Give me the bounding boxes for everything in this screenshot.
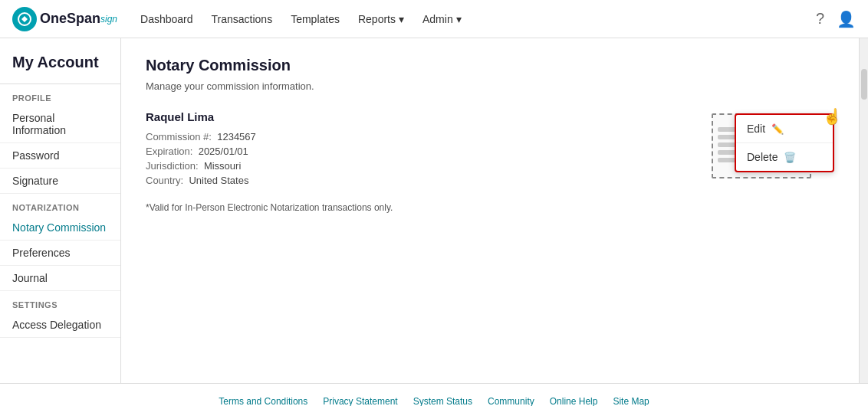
commission-country: Country: United States: [146, 175, 693, 186]
footer: Terms and Conditions Privacy Statement S…: [0, 383, 868, 406]
help-icon[interactable]: ?: [816, 10, 824, 28]
footer-online-help[interactable]: Online Help: [550, 396, 598, 406]
sidebar-item-password[interactable]: Password: [0, 143, 120, 169]
sidebar-section-profile: PROFILE: [0, 84, 120, 106]
brand-name: OneSpan: [40, 11, 100, 27]
notarization-note: *Valid for In-Person Electronic Notariza…: [146, 202, 834, 213]
trash-icon: 🗑️: [784, 152, 796, 163]
footer-system-status[interactable]: System Status: [413, 396, 472, 406]
edit-icon: ✏️: [771, 123, 784, 135]
main-layout: My Account PROFILE Personal Information …: [0, 38, 868, 383]
scrollbar-track[interactable]: [859, 38, 868, 383]
nav-reports[interactable]: Reports ▾: [358, 13, 404, 25]
sidebar-section-notarization: NOTARIZATION: [0, 194, 120, 215]
footer-site-map[interactable]: Site Map: [613, 396, 649, 406]
chevron-down-icon: ▾: [456, 13, 462, 25]
context-menu: Edit ✏️ Delete 🗑️: [735, 113, 834, 172]
nav-templates[interactable]: Templates: [291, 13, 340, 25]
nav-admin[interactable]: Admin ▾: [422, 13, 462, 25]
user-icon[interactable]: 👤: [837, 10, 856, 28]
sidebar-item-notary-commission[interactable]: Notary Commission: [0, 215, 120, 241]
footer-privacy[interactable]: Privacy Statement: [323, 396, 397, 406]
sidebar-section-settings: SETTINGS: [0, 291, 120, 313]
main-content: Notary Commission Manage your commission…: [121, 38, 859, 383]
edit-label: Edit: [747, 123, 765, 135]
cursor-icon: ☝️: [823, 107, 842, 126]
sidebar-item-journal[interactable]: Journal: [0, 266, 120, 291]
commission-number: Commission #: 1234567: [146, 131, 693, 142]
sidebar-item-access-delegation[interactable]: Access Delegation: [0, 313, 120, 338]
delete-label: Delete: [747, 151, 778, 163]
commission-jurisdiction: Jurisdiction: Missouri: [146, 160, 693, 172]
person-name: Raquel Lima: [146, 110, 693, 123]
footer-community[interactable]: Community: [488, 396, 534, 406]
nav-links: Dashboard Transactions Templates Reports…: [140, 13, 816, 25]
logo-icon: [12, 7, 37, 31]
brand-sign: sign: [100, 14, 117, 25]
top-navigation: OneSpan sign Dashboard Transactions Temp…: [0, 0, 868, 38]
notary-card-container: Edit ✏️ Delete 🗑️ ☝️: [712, 113, 834, 190]
commission-area: Raquel Lima Commission #: 1234567 Expira…: [146, 110, 834, 190]
nav-dashboard[interactable]: Dashboard: [140, 13, 193, 25]
sidebar: My Account PROFILE Personal Information …: [0, 38, 121, 383]
commission-info: Raquel Lima Commission #: 1234567 Expira…: [146, 110, 693, 189]
nav-transactions[interactable]: Transactions: [212, 13, 273, 25]
nav-right-icons: ? 👤: [816, 10, 856, 28]
sidebar-title: My Account: [0, 44, 120, 84]
page-title: Notary Commission: [146, 57, 834, 74]
logo[interactable]: OneSpan sign: [12, 7, 117, 31]
page-subtitle: Manage your commission information.: [146, 80, 834, 92]
edit-button[interactable]: Edit ✏️: [736, 115, 833, 143]
chevron-down-icon: ▾: [399, 13, 404, 25]
footer-terms[interactable]: Terms and Conditions: [219, 396, 307, 406]
sidebar-item-preferences[interactable]: Preferences: [0, 241, 120, 266]
sidebar-item-personal-information[interactable]: Personal Information: [0, 106, 120, 143]
scrollbar-thumb[interactable]: [861, 69, 867, 100]
sidebar-item-signature[interactable]: Signature: [0, 169, 120, 194]
commission-expiration: Expiration: 2025/01/01: [146, 146, 693, 157]
delete-button[interactable]: Delete 🗑️: [736, 143, 833, 171]
